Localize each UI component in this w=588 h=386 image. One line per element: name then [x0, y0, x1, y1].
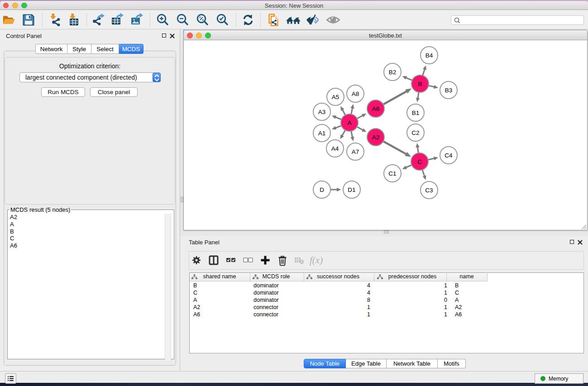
svg-text:D: D: [320, 186, 324, 193]
svg-text:C2: C2: [411, 129, 419, 136]
svg-text:A6: A6: [372, 105, 380, 112]
svg-text:C3: C3: [425, 187, 433, 194]
svg-text:A7: A7: [352, 148, 359, 155]
svg-text:C1: C1: [388, 170, 396, 177]
svg-text:A: A: [347, 119, 351, 126]
svg-text:A4: A4: [331, 145, 339, 152]
svg-text:B1: B1: [412, 110, 420, 116]
svg-text:A2: A2: [372, 134, 380, 141]
svg-text:A1: A1: [318, 130, 326, 137]
svg-text:B3: B3: [445, 87, 453, 94]
svg-text:B: B: [418, 81, 422, 87]
svg-text:A3: A3: [318, 109, 326, 115]
svg-text:C4: C4: [445, 152, 453, 159]
svg-text:C: C: [417, 158, 422, 165]
svg-text:A5: A5: [332, 94, 339, 100]
svg-text:B4: B4: [425, 52, 433, 59]
svg-text:D1: D1: [348, 186, 355, 193]
svg-text:B2: B2: [389, 69, 397, 76]
svg-text:A8: A8: [352, 91, 359, 97]
